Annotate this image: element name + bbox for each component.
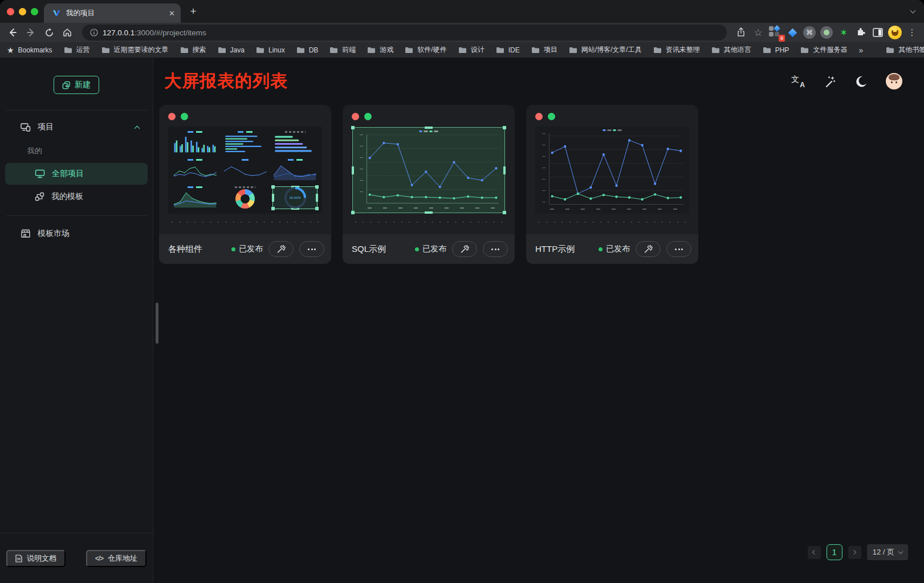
tab-search-chevron-icon[interactable] — [910, 8, 916, 14]
pagination: 1 12 / 页 — [808, 544, 908, 560]
docs-button[interactable]: 说明文档 — [6, 550, 66, 567]
forward-button[interactable] — [23, 25, 39, 40]
folder-icon — [256, 47, 264, 54]
browser-menu-icon[interactable]: ⋮ — [905, 25, 919, 40]
bookmark-folder-item[interactable]: 游戏 — [367, 45, 393, 55]
bookmark-folder-label: IDE — [508, 46, 520, 54]
status-badge: 已发布 — [599, 244, 630, 254]
bookmark-folder-item[interactable]: IDE — [496, 45, 520, 55]
page-number-button[interactable]: 1 — [827, 544, 842, 560]
other-bookmarks-item[interactable]: 其他书签 — [886, 45, 924, 55]
bookmark-folder-item[interactable]: 其他语言 — [711, 45, 751, 55]
dark-mode-moon-icon[interactable] — [854, 74, 869, 89]
bookmark-folder-item[interactable]: 运营 — [64, 45, 90, 55]
main-content: 大屏报表的列表 文A — [153, 58, 924, 583]
chart-legend — [603, 129, 622, 131]
next-page-button[interactable] — [848, 546, 861, 559]
magic-wand-icon[interactable] — [822, 74, 837, 89]
bookmark-folder-item[interactable]: 项目 — [531, 45, 557, 55]
new-project-button[interactable]: 新建 — [54, 76, 99, 94]
recorder-extension-icon[interactable] — [819, 25, 834, 40]
card-preview-sql[interactable] — [352, 127, 506, 214]
bookmark-folder-item[interactable]: 前端 — [329, 45, 356, 55]
card-title: SQL示例 — [352, 244, 409, 255]
card-preview-components[interactable]: 25.00% — [168, 127, 322, 214]
window-minimize-button[interactable] — [19, 8, 26, 15]
bookmark-folder-item[interactable]: 设计 — [458, 45, 485, 55]
bookmark-folder-item[interactable]: Linux — [256, 45, 285, 55]
page-size-select[interactable]: 12 / 页 — [867, 544, 908, 560]
extensions-puzzle-icon[interactable] — [853, 25, 868, 40]
more-button[interactable] — [666, 241, 691, 257]
edit-button[interactable] — [268, 241, 294, 257]
bookmark-star-button[interactable]: ☆ — [751, 25, 766, 40]
bookmark-folder-label: 资讯未整理 — [666, 45, 700, 55]
side-panel-icon[interactable] — [870, 25, 885, 40]
bookmark-folder-item[interactable]: DB — [296, 45, 319, 55]
command-extension-icon[interactable]: ⌘ — [802, 25, 817, 40]
browser-tab[interactable]: 我的项目 ✕ — [44, 3, 181, 23]
dotted-ruler — [168, 221, 322, 223]
folder-icon — [405, 47, 413, 54]
sidebar-item-label: 模板市场 — [38, 229, 70, 239]
project-card[interactable]: 25.00% 各种组件 已发布 — [159, 105, 331, 264]
red-dot — [535, 113, 543, 120]
sidebar-item-my-templates[interactable]: 我的模板 — [5, 186, 148, 207]
project-card[interactable]: SQL示例 已发布 — [343, 105, 515, 264]
address-bar[interactable]: 127.0.0.1:3000/#/project/items — [82, 25, 727, 40]
sidebar-group-projects[interactable]: 项目 — [0, 111, 153, 138]
new-tab-button[interactable]: + — [185, 3, 201, 19]
user-avatar[interactable] — [886, 73, 902, 89]
more-button[interactable] — [483, 241, 508, 257]
extension-grid-icon[interactable]: 9 — [768, 25, 783, 40]
scrollbar-thumb[interactable] — [156, 303, 158, 344]
gem-extension-icon[interactable] — [785, 25, 800, 40]
x-axis-ticks — [550, 209, 683, 210]
folder-icon — [64, 47, 72, 54]
card-footer: 各种组件 已发布 — [159, 234, 331, 264]
prev-page-button[interactable] — [808, 546, 821, 559]
home-button[interactable] — [59, 25, 75, 40]
bookmarks-overflow-chevron[interactable]: » — [858, 46, 863, 55]
gauge-ring: 25.00% — [284, 187, 306, 209]
window-close-button[interactable] — [7, 8, 14, 15]
site-favicon — [52, 9, 61, 18]
edit-button[interactable] — [636, 241, 661, 257]
green-star-extension-icon[interactable]: ✶ — [836, 25, 851, 40]
site-info-icon[interactable] — [90, 28, 98, 36]
project-card[interactable]: HTTP示例 已发布 — [526, 105, 698, 264]
language-icon[interactable]: 文A — [791, 75, 805, 88]
repository-label: 仓库地址 — [108, 553, 137, 564]
browser-window: 我的项目 ✕ + 127.0.0.1:3000/#/project/items … — [0, 0, 924, 583]
card-preview-http[interactable] — [535, 127, 689, 214]
sidebar-item-all-projects[interactable]: 全部项目 — [5, 163, 148, 185]
collapse-chevron-icon[interactable] — [135, 125, 140, 131]
bookmark-folder-item[interactable]: 资讯未整理 — [653, 45, 700, 55]
card-title: 各种组件 — [168, 244, 226, 255]
window-zoom-button[interactable] — [31, 8, 38, 15]
repository-button[interactable]: </> 仓库地址 — [86, 550, 146, 567]
bookmark-folder-item[interactable]: 搜索 — [180, 45, 206, 55]
tab-close-icon[interactable]: ✕ — [169, 9, 175, 18]
bookmark-folder-item[interactable]: 文件服务器 — [800, 45, 847, 55]
more-button[interactable] — [299, 241, 324, 257]
sql-line-chart — [367, 134, 499, 203]
share-button[interactable] — [734, 25, 748, 40]
folder-icon — [101, 47, 110, 54]
bookmark-folder-item[interactable]: 网站/博客/文章/工具 — [569, 45, 642, 55]
profile-avatar-icon[interactable] — [888, 25, 902, 40]
bookmark-folder-item[interactable]: PHP — [763, 45, 789, 55]
bookmark-folder-item[interactable]: Java — [218, 45, 245, 55]
bookmarks-manager-item[interactable]: ★ Bookmarks — [7, 46, 52, 55]
chevron-down-icon — [898, 549, 903, 553]
create-icon — [62, 81, 71, 89]
bookmark-folder-label: 文件服务器 — [813, 45, 847, 55]
reload-button[interactable] — [41, 25, 57, 40]
edit-button[interactable] — [452, 241, 477, 257]
card-footer: SQL示例 已发布 — [343, 234, 515, 264]
back-button[interactable] — [5, 25, 21, 40]
sidebar-item-template-market[interactable]: 模板市场 — [5, 223, 148, 244]
bookmark-folder-item[interactable]: 软件/硬件 — [405, 45, 446, 55]
bookmark-folder-item[interactable]: 近期需要读的文章 — [101, 45, 169, 55]
green-dot — [548, 113, 555, 120]
